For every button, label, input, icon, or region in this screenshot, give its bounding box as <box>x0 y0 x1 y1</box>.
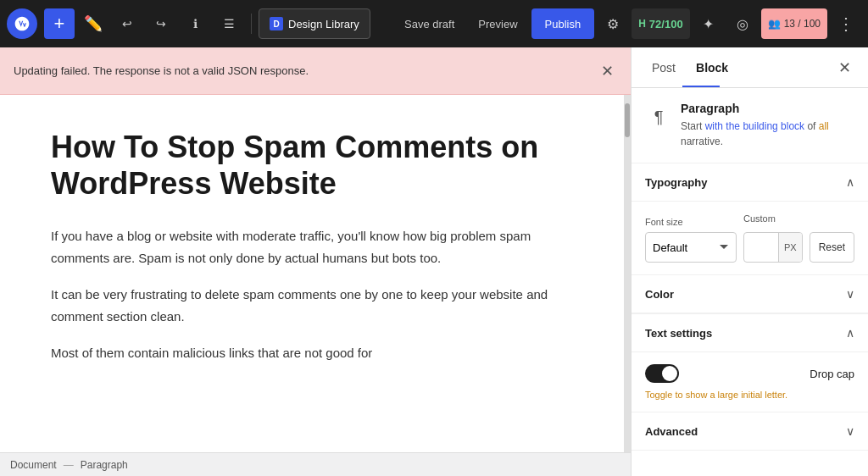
advanced-section: Advanced ∨ <box>632 412 868 451</box>
design-library-label: Design Library <box>288 18 359 30</box>
design-library-icon: D <box>270 17 283 30</box>
status-arrow: — <box>64 459 74 471</box>
desc-link1: with the building block <box>705 120 804 132</box>
editor-with-scroll: How To Stop Spam Comments on WordPress W… <box>0 95 631 452</box>
error-banner: Updating failed. The response is not a v… <box>0 47 631 95</box>
block-name: Paragraph <box>681 102 854 115</box>
paragraph-3[interactable]: Most of them contain malicious links tha… <box>51 342 573 364</box>
tab-post[interactable]: Post <box>642 51 686 85</box>
typography-label: Typography <box>645 176 707 189</box>
paragraph-2[interactable]: It can be very frustrating to delete spa… <box>51 284 573 327</box>
drop-cap-label: Drop cap <box>810 368 854 380</box>
panel-tabs: Post Block ✕ <box>632 47 868 88</box>
status-bar: Document — Paragraph <box>0 452 631 476</box>
font-size-col: Font size Default Small Normal Large Hug… <box>645 217 737 263</box>
close-panel-button[interactable]: ✕ <box>831 54 858 81</box>
publish-button[interactable]: Publish <box>531 8 595 39</box>
main-layout: Updating failed. The response is not a v… <box>0 47 868 476</box>
article-body: If you have a blog or website with moder… <box>51 225 573 364</box>
text-settings-body: Drop cap Toggle to show a large initial … <box>632 352 868 412</box>
custom-label: Custom <box>743 213 803 224</box>
toggle-slider <box>645 364 679 383</box>
color-section: Color ∨ <box>632 275 868 314</box>
typography-section-header[interactable]: Typography ∧ <box>632 163 868 202</box>
article-title[interactable]: How To Stop Spam Comments on WordPress W… <box>51 129 573 202</box>
desc-before: Start <box>681 120 705 132</box>
block-info: ¶ Paragraph Start with the building bloc… <box>632 88 868 163</box>
block-description: Start with the building block of all nar… <box>681 119 854 149</box>
desc-middle: of <box>804 120 819 132</box>
visitor-score-badge[interactable]: 👥 13 / 100 <box>761 8 827 39</box>
typography-chevron: ∧ <box>846 175 854 189</box>
ai-button[interactable]: ✦ <box>693 8 724 39</box>
advanced-label: Advanced <box>645 425 698 438</box>
tab-underline <box>682 86 720 87</box>
desc-link2: all <box>819 120 829 132</box>
visitor-icon: 👥 <box>768 18 781 30</box>
error-message: Updating failed. The response is not a v… <box>14 64 309 77</box>
tab-block[interactable]: Block <box>686 51 738 85</box>
color-section-header[interactable]: Color ∨ <box>632 275 868 313</box>
info-button[interactable]: ℹ <box>180 8 210 39</box>
settings-button[interactable]: ⚙ <box>598 8 628 39</box>
design-library-button[interactable]: D Design Library <box>259 8 370 39</box>
custom-unit: PX <box>778 233 802 262</box>
text-settings-label: Text settings <box>645 327 712 340</box>
wordpress-logo[interactable] <box>7 8 37 39</box>
scroll-track[interactable] <box>624 95 631 452</box>
scroll-thumb[interactable] <box>625 103 630 137</box>
preview-button[interactable]: Preview <box>468 13 527 36</box>
redo-button[interactable]: ↪ <box>146 8 176 39</box>
block-details: Paragraph Start with the building block … <box>681 102 854 149</box>
close-error-button[interactable]: ✕ <box>597 61 617 81</box>
undo-button[interactable]: ↩ <box>112 8 142 39</box>
drop-cap-hint: Toggle to show a large initial letter. <box>645 390 854 400</box>
font-custom-col: Custom PX <box>743 213 803 263</box>
paragraph-icon: ¶ <box>645 103 672 130</box>
custom-size-input[interactable] <box>744 236 778 259</box>
desc-after: narrative. <box>681 136 723 147</box>
font-size-select[interactable]: Default Small Normal Large Huge <box>645 232 737 263</box>
more-options-button[interactable]: ⋮ <box>831 8 861 39</box>
circle-button[interactable]: ◎ <box>727 8 758 39</box>
paragraph-1[interactable]: If you have a blog or website with moder… <box>51 225 573 268</box>
custom-input-wrap: PX <box>743 232 803 263</box>
top-toolbar: + ✏️ ↩ ↪ ℹ ☰ D Design Library Save draft… <box>0 0 868 47</box>
right-panel: Post Block ✕ ¶ Paragraph Start with the … <box>631 47 868 476</box>
drop-cap-row: Drop cap <box>645 364 854 383</box>
font-size-label: Font size <box>645 217 737 227</box>
drop-cap-toggle[interactable] <box>645 364 679 383</box>
editor-content[interactable]: How To Stop Spam Comments on WordPress W… <box>0 95 624 452</box>
typography-body: Font size Default Small Normal Large Hug… <box>632 202 868 275</box>
status-paragraph[interactable]: Paragraph <box>81 459 128 471</box>
h-icon: H <box>638 18 646 30</box>
edit-mode-button[interactable]: ✏️ <box>78 8 108 39</box>
font-size-row: Font size Default Small Normal Large Hug… <box>645 213 854 263</box>
text-settings-header[interactable]: Text settings ∧ <box>632 314 868 352</box>
editor-area: Updating failed. The response is not a v… <box>0 47 631 476</box>
status-document[interactable]: Document <box>10 459 57 471</box>
h-score-value: 72/100 <box>649 18 683 30</box>
toolbar-divider <box>251 14 252 34</box>
text-settings-chevron: ∧ <box>846 326 854 340</box>
save-draft-button[interactable]: Save draft <box>394 13 465 36</box>
advanced-section-header[interactable]: Advanced ∨ <box>632 412 868 451</box>
color-label: Color <box>645 288 674 301</box>
color-chevron: ∨ <box>846 287 854 301</box>
list-view-button[interactable]: ☰ <box>214 8 244 39</box>
visitor-score-value: 13 / 100 <box>784 18 821 30</box>
add-block-button[interactable]: + <box>44 8 75 39</box>
advanced-chevron: ∨ <box>846 424 854 438</box>
reset-button[interactable]: Reset <box>810 232 854 263</box>
h-score-badge[interactable]: H 72/100 <box>632 8 689 39</box>
